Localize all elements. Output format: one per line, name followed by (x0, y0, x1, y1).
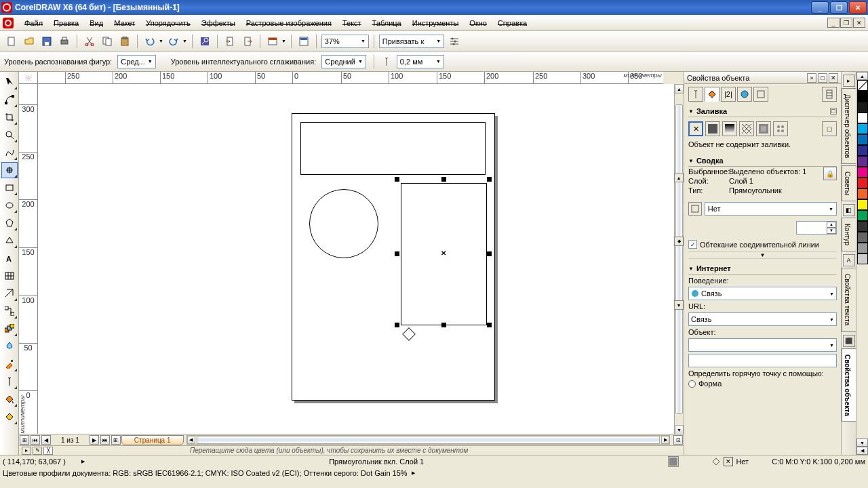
interactive-blend-tool[interactable] (1, 321, 18, 337)
undo-dropdown-icon[interactable]: ▼ (159, 39, 163, 43)
color-swatch[interactable] (857, 232, 868, 243)
import-button[interactable] (222, 34, 237, 49)
palette-down-button[interactable]: ▼ (856, 439, 868, 447)
menu-edit[interactable]: Правка (48, 17, 84, 29)
snap-to-select[interactable]: Привязать к▼ (379, 35, 444, 48)
table-tool[interactable] (1, 268, 18, 284)
scroll-right-button[interactable]: ▶ (661, 436, 669, 444)
hints-tab[interactable]: Советы (842, 165, 856, 201)
color-swatch[interactable] (857, 102, 868, 113)
search-button[interactable] (197, 34, 212, 49)
pattern-fill-button[interactable] (739, 121, 754, 136)
character-tab[interactable]: |2| (721, 87, 736, 102)
postscript-fill-button[interactable] (773, 121, 788, 136)
selection-handle[interactable] (487, 323, 492, 327)
menu-arrange[interactable]: Упорядочить (140, 17, 195, 29)
docker-expand-button[interactable]: » (807, 73, 816, 83)
wrap-connector-checkbox[interactable]: ✓ (688, 240, 697, 249)
fill-options-button[interactable]: □ (822, 121, 837, 136)
internet-toggle-icon[interactable]: ▼ (688, 266, 694, 272)
selection-handle[interactable] (441, 323, 446, 327)
palette-flyout-button[interactable]: ◀ (856, 447, 868, 455)
color-swatch[interactable] (857, 210, 868, 221)
doc-minimize-button[interactable]: _ (827, 18, 840, 28)
text-tool[interactable]: A (1, 250, 18, 266)
color-swatch[interactable] (857, 113, 868, 123)
freehand-tool[interactable] (1, 144, 18, 161)
transparency-tool[interactable] (1, 338, 18, 354)
first-page-button[interactable]: ⏮ (31, 435, 40, 445)
color-swatch[interactable] (857, 134, 868, 145)
color-swatch[interactable] (857, 91, 868, 102)
section-collapse-button[interactable]: ▼ (688, 251, 837, 259)
scroll-mode-button[interactable] (822, 87, 837, 102)
menu-window[interactable]: Окно (464, 17, 492, 29)
new-button[interactable] (4, 34, 19, 49)
selection-center-icon[interactable]: ✕ (441, 249, 446, 257)
smart-drawing-tool[interactable] (1, 162, 18, 178)
nav-diamond-icon[interactable]: ◆ (674, 237, 684, 246)
copy-button[interactable] (100, 34, 115, 49)
color-swatch[interactable] (857, 199, 868, 210)
smooth-select[interactable]: Средний▼ (321, 55, 366, 68)
menu-tools[interactable]: Инструменты (407, 17, 465, 29)
menu-layout[interactable]: Макет (108, 17, 140, 29)
publish-dropdown-icon[interactable]: ▼ (281, 39, 286, 43)
dimension-tool[interactable] (1, 285, 18, 302)
scroll-left-button[interactable]: ◀ (187, 436, 195, 444)
docker-maximize-button[interactable]: □ (818, 73, 827, 83)
menu-table[interactable]: Таблица (367, 17, 407, 29)
cut-button[interactable] (82, 34, 97, 49)
canvas-viewport[interactable]: ✕ (38, 84, 674, 434)
color-swatch[interactable] (857, 123, 868, 134)
page-tab[interactable]: Страница 1 (121, 435, 184, 445)
palette-no-color[interactable]: ╳ (43, 447, 53, 455)
text-props-icon[interactable]: A (843, 254, 855, 266)
zoom-level-select[interactable]: 37%▼ (321, 35, 369, 48)
text-props-tab[interactable]: Свойства текста (842, 268, 856, 331)
color-swatch[interactable] (857, 243, 868, 253)
print-button[interactable] (57, 34, 72, 49)
outline-tab-icon[interactable]: ◧ (843, 204, 855, 216)
object-manager-tab[interactable]: Диспетчер объектов (842, 88, 856, 164)
options-button[interactable] (447, 34, 462, 49)
pick-tool[interactable] (1, 74, 18, 90)
summary-toggle-icon[interactable]: ▼ (688, 158, 694, 164)
fill-section-options-button[interactable]: □ (830, 108, 837, 115)
menu-text[interactable]: Текст (337, 17, 367, 29)
menu-bitmaps[interactable]: Растровые изображения (241, 17, 337, 29)
color-swatch[interactable] (857, 167, 868, 178)
fill-swatch[interactable] (724, 457, 733, 466)
behavior-select[interactable]: Связь▼ (688, 287, 837, 300)
close-button[interactable]: ✕ (849, 1, 867, 14)
texture-fill-button[interactable] (756, 121, 771, 136)
fill-tab[interactable] (705, 87, 719, 102)
selection-handle[interactable] (441, 177, 446, 182)
eyedropper-tool[interactable] (1, 356, 18, 372)
shape-ellipse[interactable] (309, 189, 378, 258)
zoom-tool[interactable] (1, 127, 18, 143)
color-swatch[interactable] (857, 221, 868, 232)
profile-menu-icon[interactable]: ▶ (412, 470, 415, 476)
navigator-button[interactable]: ⊡ (673, 435, 683, 445)
ruler-origin[interactable] (19, 72, 38, 84)
ellipse-tool[interactable] (1, 197, 18, 214)
maximize-button[interactable]: ❐ (830, 1, 848, 14)
undo-button[interactable] (142, 34, 157, 49)
color-swatch[interactable] (857, 253, 868, 264)
horizontal-ruler[interactable]: 250 200 150 100 50 0 50 100 150 200 250 … (38, 72, 663, 84)
fill-tool[interactable] (1, 391, 18, 407)
menu-view[interactable]: Вид (84, 17, 108, 29)
selection-handle[interactable] (487, 177, 492, 182)
uniform-fill-button[interactable] (705, 121, 720, 136)
add-page-button[interactable]: ⊞ (20, 435, 29, 445)
docker-close-button[interactable]: ✕ (829, 73, 838, 83)
hscroll-thumb[interactable] (197, 436, 660, 444)
vertical-ruler[interactable]: 300 250 200 150 100 50 0 миллиметры (19, 84, 38, 434)
color-swatch[interactable] (857, 178, 868, 188)
crop-tool[interactable] (1, 109, 18, 125)
outline-width-select[interactable]: 0,2 мм▼ (397, 55, 444, 68)
open-button[interactable] (22, 34, 37, 49)
rectangle-tool[interactable] (1, 180, 18, 196)
outline-tab[interactable] (688, 87, 703, 102)
